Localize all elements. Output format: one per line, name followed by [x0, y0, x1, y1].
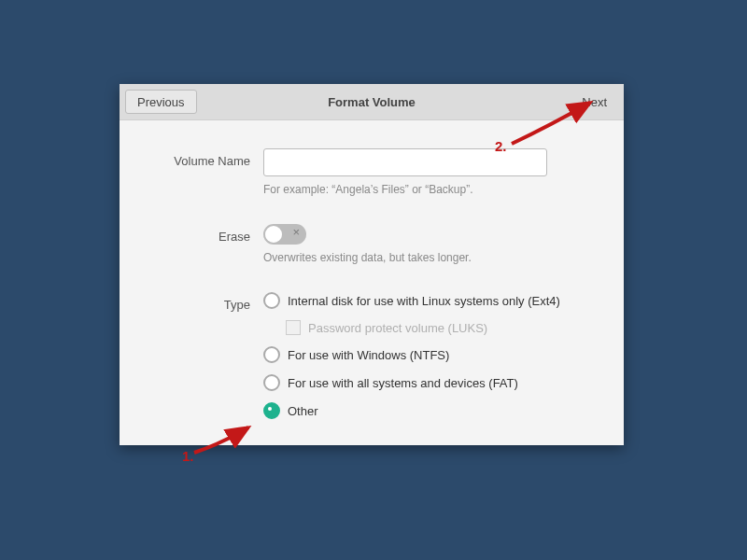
row-volume-name: Volume Name For example: “Angela’s Files…	[148, 148, 596, 196]
volume-name-hint: For example: “Angela’s Files” or “Backup…	[263, 183, 596, 196]
checkbox-label: Password protect volume (LUKS)	[308, 321, 487, 335]
radio-label: Internal disk for use with Linux systems…	[288, 294, 560, 308]
row-erase: Erase × Overwrites existing data, but ta…	[148, 224, 596, 264]
erase-hint: Overwrites existing data, but takes long…	[263, 251, 596, 264]
checkbox-icon	[286, 320, 301, 335]
type-label: Type	[148, 292, 263, 312]
format-volume-dialog: Previous Format Volume Next Volume Name …	[120, 84, 624, 445]
radio-label: For use with Windows (NTFS)	[288, 348, 449, 362]
previous-button[interactable]: Previous	[125, 90, 197, 114]
type-option-other[interactable]: Other	[263, 402, 596, 419]
radio-icon	[263, 292, 280, 309]
volume-name-label: Volume Name	[148, 148, 263, 168]
row-type: Type Internal disk for use with Linux sy…	[148, 292, 596, 419]
toggle-knob	[265, 226, 282, 243]
radio-icon	[263, 346, 280, 363]
radio-label: Other	[288, 404, 318, 418]
annotation-label-2: 2.	[495, 138, 507, 154]
next-button[interactable]: Next	[572, 90, 616, 114]
erase-toggle[interactable]: ×	[263, 224, 306, 245]
type-option-ntfs[interactable]: For use with Windows (NTFS)	[263, 346, 596, 363]
radio-icon	[263, 374, 280, 391]
radio-label: For use with all systems and devices (FA…	[288, 376, 518, 390]
toggle-off-icon: ×	[292, 225, 300, 239]
annotation-label-1: 1.	[182, 448, 194, 464]
type-option-fat[interactable]: For use with all systems and devices (FA…	[263, 374, 596, 391]
titlebar: Previous Format Volume Next	[120, 84, 624, 120]
dialog-body: Volume Name For example: “Angela’s Files…	[120, 120, 624, 445]
erase-label: Erase	[148, 224, 263, 244]
radio-icon	[263, 402, 280, 419]
type-option-ext4[interactable]: Internal disk for use with Linux systems…	[263, 292, 596, 309]
type-option-luks: Password protect volume (LUKS)	[286, 320, 596, 335]
type-radio-group: Internal disk for use with Linux systems…	[263, 292, 596, 419]
